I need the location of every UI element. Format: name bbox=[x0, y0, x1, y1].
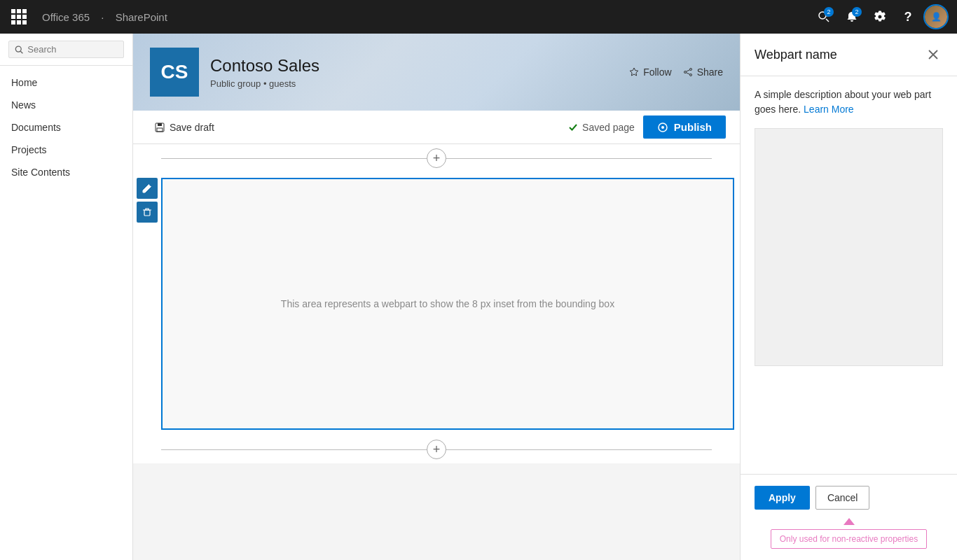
search-container bbox=[8, 41, 124, 58]
star-icon bbox=[629, 67, 639, 77]
svg-rect-8 bbox=[157, 128, 163, 132]
add-section-button-top[interactable]: + bbox=[427, 148, 446, 168]
delete-webpart-button[interactable] bbox=[137, 202, 158, 223]
sidebar-item-news[interactable]: News bbox=[0, 94, 132, 116]
waffle-icon bbox=[11, 9, 27, 24]
chat-button[interactable]: 2 bbox=[811, 4, 836, 29]
right-panel-header: Webpart name bbox=[741, 34, 957, 76]
checkmark-icon bbox=[568, 122, 578, 132]
right-panel-title: Webpart name bbox=[755, 48, 837, 62]
arrow-up-icon bbox=[844, 518, 855, 525]
svg-point-2 bbox=[15, 46, 21, 52]
sidebar-item-home[interactable]: Home bbox=[0, 71, 132, 94]
content-area: CS Contoso Sales Public group • guests F… bbox=[133, 34, 740, 560]
app-title: Office 365 · SharePoint bbox=[38, 11, 811, 23]
site-title: Contoso Sales bbox=[210, 56, 319, 76]
edit-webpart-button[interactable] bbox=[137, 178, 158, 199]
saved-indicator: Saved page bbox=[568, 122, 635, 133]
close-panel-button[interactable] bbox=[923, 45, 943, 64]
non-reactive-note: Only used for non-reactive properties bbox=[755, 518, 943, 549]
page-canvas-wrapper: + bbox=[133, 144, 740, 560]
webpart-actions-sidebar bbox=[133, 172, 161, 435]
add-section-button-bottom[interactable]: + bbox=[427, 440, 446, 459]
toolbar-right: Saved page Publish bbox=[568, 115, 726, 139]
svg-point-4 bbox=[684, 71, 686, 74]
search-icon bbox=[15, 45, 23, 55]
right-panel-body: A simple description about your web part… bbox=[741, 76, 957, 474]
user-avatar[interactable]: 👤 bbox=[923, 4, 949, 29]
non-reactive-label: Only used for non-reactive properties bbox=[771, 529, 927, 549]
sidebar-navigation: Home News Documents Projects Site Conten… bbox=[0, 66, 132, 189]
svg-point-5 bbox=[689, 74, 691, 76]
svg-point-10 bbox=[661, 126, 664, 129]
avatar-image: 👤 bbox=[925, 6, 947, 28]
panel-action-buttons: Apply Cancel bbox=[755, 486, 943, 510]
svg-rect-7 bbox=[158, 123, 162, 126]
site-info: Contoso Sales Public group • guests bbox=[210, 56, 319, 89]
svg-rect-11 bbox=[144, 210, 150, 216]
right-panel-footer: Apply Cancel Only used for non-reactive … bbox=[741, 474, 957, 560]
settings-button[interactable] bbox=[867, 4, 893, 29]
learn-more-link[interactable]: Learn More bbox=[804, 104, 854, 115]
sidebar-item-site-contents[interactable]: Site Contents bbox=[0, 161, 132, 183]
sidebar-item-projects[interactable]: Projects bbox=[0, 139, 132, 161]
page-canvas: + bbox=[133, 144, 740, 463]
site-header: CS Contoso Sales Public group • guests F… bbox=[133, 34, 740, 111]
page-toolbar: Save draft Saved page Publish bbox=[133, 111, 740, 144]
notifications-button[interactable]: 2 bbox=[839, 4, 865, 29]
help-icon: ? bbox=[904, 10, 912, 24]
top-bar-actions: 2 2 ? 👤 bbox=[811, 4, 949, 29]
apply-button[interactable]: Apply bbox=[755, 486, 810, 510]
right-panel: Webpart name A simple description about … bbox=[740, 34, 957, 560]
site-header-actions: Follow Share bbox=[629, 66, 723, 78]
panel-description: A simple description about your web part… bbox=[755, 88, 943, 117]
save-draft-button[interactable]: Save draft bbox=[147, 118, 221, 137]
webpart-placeholder: This area represents a webpart to show t… bbox=[281, 298, 614, 309]
waffle-menu-button[interactable] bbox=[8, 6, 29, 27]
search-input[interactable] bbox=[27, 44, 118, 55]
top-navigation-bar: Office 365 · SharePoint 2 2 bbox=[0, 0, 957, 34]
webpart-container: This area represents a webpart to show t… bbox=[161, 178, 734, 430]
publish-button[interactable]: Publish bbox=[643, 115, 726, 139]
share-icon bbox=[683, 67, 693, 77]
notification-badge: 2 bbox=[852, 7, 862, 17]
sidebar-item-documents[interactable]: Documents bbox=[0, 116, 132, 139]
sidebar-search-area bbox=[0, 34, 132, 66]
site-subtitle: Public group • guests bbox=[210, 78, 319, 89]
publish-icon bbox=[657, 122, 668, 133]
pencil-icon bbox=[142, 183, 152, 193]
close-icon bbox=[928, 49, 939, 60]
cancel-button[interactable]: Cancel bbox=[815, 486, 870, 510]
trash-icon bbox=[142, 207, 152, 217]
help-button[interactable]: ? bbox=[895, 4, 921, 29]
site-logo-area: CS Contoso Sales Public group • guests bbox=[150, 48, 319, 97]
gear-icon bbox=[874, 10, 886, 23]
share-button[interactable]: Share bbox=[683, 66, 723, 78]
add-section-bar-bottom: + bbox=[133, 435, 740, 463]
sidebar: Home News Documents Projects Site Conten… bbox=[0, 34, 133, 560]
save-icon bbox=[154, 122, 165, 133]
webpart-section: This area represents a webpart to show t… bbox=[133, 172, 740, 435]
toolbar-left: Save draft bbox=[147, 118, 221, 137]
site-logo: CS bbox=[150, 48, 199, 97]
svg-point-3 bbox=[689, 69, 691, 71]
add-section-bar-top: + bbox=[133, 144, 740, 172]
chat-badge: 2 bbox=[824, 7, 834, 17]
panel-preview-area bbox=[755, 128, 943, 366]
follow-button[interactable]: Follow bbox=[629, 66, 671, 78]
main-layout: Home News Documents Projects Site Conten… bbox=[0, 34, 957, 560]
